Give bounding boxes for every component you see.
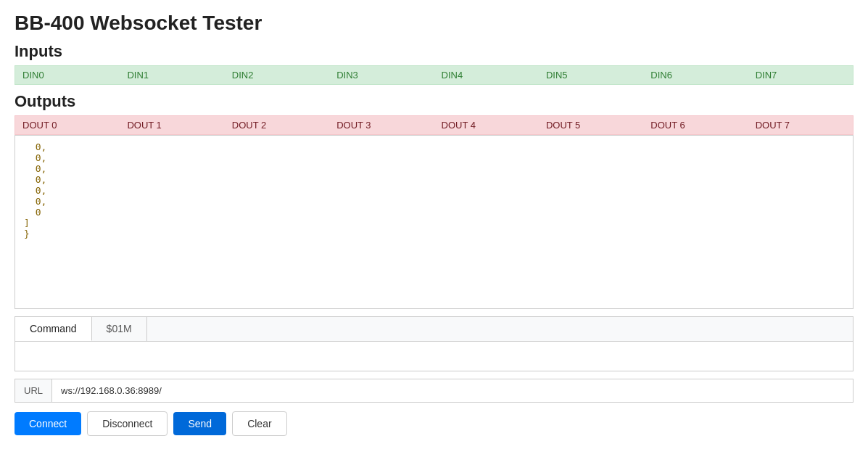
- tab-s01m[interactable]: $01M: [92, 317, 147, 341]
- inputs-header-row: DIN0 DIN1 DIN2 DIN3 DIN4 DIN5 DIN6 DIN7: [15, 65, 853, 85]
- command-tabs: Command $01M: [15, 316, 853, 341]
- output-col-4: DOUT 4: [434, 116, 539, 134]
- send-button[interactable]: Send: [173, 412, 226, 435]
- input-col-5: DIN5: [539, 66, 643, 84]
- url-row: URL: [15, 379, 853, 403]
- url-label: URL: [15, 379, 52, 402]
- buttons-row: Connect Disconnect Send Clear: [15, 411, 853, 436]
- outputs-section: Outputs DOUT 0 DOUT 1 DOUT 2 DOUT 3 DOUT…: [15, 92, 853, 309]
- outputs-label: Outputs: [15, 92, 853, 111]
- tab-command[interactable]: Command: [15, 317, 92, 341]
- clear-button[interactable]: Clear: [232, 411, 286, 436]
- connect-button[interactable]: Connect: [15, 412, 81, 435]
- output-col-2: DOUT 2: [225, 116, 329, 134]
- inputs-section: Inputs DIN0 DIN1 DIN2 DIN3 DIN4 DIN5 DIN…: [15, 42, 853, 85]
- output-wrapper: [15, 135, 853, 309]
- output-textarea[interactable]: [15, 136, 853, 309]
- input-col-4: DIN4: [434, 66, 539, 84]
- input-col-7: DIN7: [748, 66, 853, 84]
- output-col-5: DOUT 5: [539, 116, 643, 134]
- output-col-7: DOUT 7: [748, 116, 853, 134]
- output-col-3: DOUT 3: [329, 116, 434, 134]
- input-col-0: DIN0: [15, 66, 120, 84]
- input-col-1: DIN1: [120, 66, 224, 84]
- url-input[interactable]: [52, 379, 853, 402]
- outputs-header-row: DOUT 0 DOUT 1 DOUT 2 DOUT 3 DOUT 4 DOUT …: [15, 115, 853, 135]
- input-col-2: DIN2: [225, 66, 329, 84]
- page-title: BB-400 Websocket Tester: [15, 12, 853, 35]
- output-col-6: DOUT 6: [643, 116, 748, 134]
- input-col-6: DIN6: [643, 66, 748, 84]
- output-col-0: DOUT 0: [15, 116, 120, 134]
- disconnect-button[interactable]: Disconnect: [87, 411, 168, 436]
- input-col-3: DIN3: [329, 66, 434, 84]
- command-input-area: [15, 341, 853, 371]
- inputs-label: Inputs: [15, 42, 853, 61]
- command-input[interactable]: [15, 342, 853, 371]
- output-col-1: DOUT 1: [120, 116, 224, 134]
